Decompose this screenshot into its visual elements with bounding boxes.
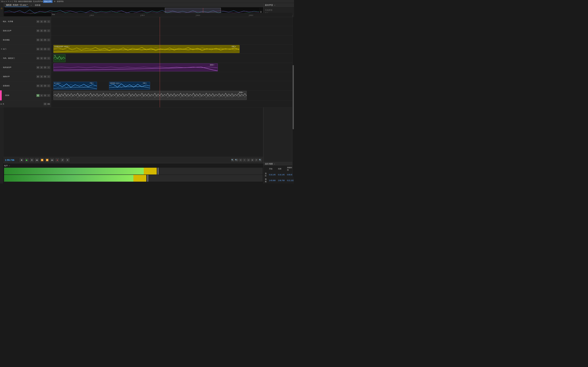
tick-57: -57 [18,183,21,183]
track-row-submix: ▶ 主 M (S) [4,100,263,107]
tool-icon-3[interactable]: ✎ [8,0,9,2]
transport-indicator: 节目 [14,0,17,3]
purple-clip[interactable]: 音量 ▾ [53,63,218,71]
solo-btn-8[interactable]: S [40,84,43,87]
record-btn-2[interactable]: R [43,29,47,32]
tick-36: -36 [118,183,120,183]
bgm-clip[interactable]: 音量 ▾ [53,91,247,100]
track-header-submix: ▶ 主 M (S) [4,100,51,107]
tick-33: -33 [132,183,134,183]
clip-vol-yellow: 音量 ▾ [232,46,236,48]
solo-btn-6[interactable]: S [40,66,43,69]
meter-bar-ch1 [4,168,263,175]
input-btn-bgm[interactable]: I [47,94,50,97]
mixer-tab[interactable]: 混音器 [34,4,42,7]
track-name-6: 海风海浪声 [4,66,36,69]
input-btn-6[interactable]: I [47,66,50,69]
solo-btn-3[interactable]: S [40,39,43,41]
solo-btn-1[interactable]: S [40,21,43,23]
mute-btn-submix[interactable]: M [43,103,47,105]
mute-btn-4[interactable]: M [36,48,39,50]
input-btn-5[interactable]: I [47,57,50,60]
record-btn-4[interactable]: R [43,48,47,50]
track-row-4: ▼ 出门 M S R I 运动鞋走路 [4,44,263,54]
mute-btn-5[interactable]: M [36,57,39,60]
track-content-3[interactable] [51,35,263,44]
track-name-7: 海鸥叫声 [4,75,36,78]
record-btn-3[interactable]: R [43,39,47,41]
input-btn-3[interactable]: I [47,39,50,41]
input-btn-8[interactable]: I [47,84,50,87]
tool-icon-4[interactable]: ≡ [10,0,11,2]
fan-label: 无法在B1Fan [33,0,43,3]
track-content-6[interactable]: 音量 ▾ [51,63,263,72]
settings-icon[interactable]: ⚙ [54,0,55,2]
solo-btn-4[interactable]: S [40,48,43,50]
clip-label-green: 佳 [54,55,56,57]
view-label: 视图 [264,178,268,183]
track-name-3: 敲击键盘 [4,39,36,41]
view-duration: 0:21.102 [286,178,294,183]
warning-icon: ⚠ [1,7,3,9]
active-mode-btn[interactable]: 我知11PA [43,0,52,3]
mute-btn-7[interactable]: M [36,75,39,78]
solo-btn-bgm[interactable]: S [40,94,43,97]
record-btn-8[interactable]: R [43,84,47,87]
search-help[interactable]: 搜索帮助 [57,0,64,3]
input-btn-7[interactable]: I [47,75,50,78]
mute-btn-8[interactable]: M [36,84,39,87]
mute-btn-2[interactable]: M [36,29,39,32]
input-btn-2[interactable]: I [47,29,50,32]
right-panel-menu[interactable]: ≡ [274,4,275,7]
tool-icon-1[interactable]: ▸ [4,0,5,2]
track-content-4[interactable]: 运动鞋走路声 48000 1 音量 ▾ [51,44,263,53]
clip-label-blue1: 较 48000 1 [54,82,61,84]
tick-48: -48 [61,183,63,183]
record-btn-7[interactable]: R [43,75,47,78]
yellow-clip[interactable]: 运动鞋走路声 48000 1 音量 ▾ [53,45,239,53]
clip-label-blue2: 轮船鸣笛 48000 1 [110,82,121,84]
track-row-2: ↔ 鼠标点击声 M S R I [4,26,263,35]
tool-icon-2[interactable]: ↩ [6,0,7,2]
editor-tab-main[interactable]: 编辑器: 充实的一天.sesx * [5,3,29,7]
blue-clip-2[interactable]: 轮船鸣笛 48000 1 音量 ▾ [109,82,150,90]
track-content-bgm[interactable]: 音量 ▾ [51,90,263,100]
mute-btn-bgm[interactable]: M [36,94,39,97]
tick-18: -18 [203,183,206,183]
track-header-4: ▼ 出门 M S R I [4,44,51,53]
blue-clip-1[interactable]: 较 48000 1 声像 ▾ [53,82,97,90]
input-btn-4[interactable]: I [47,48,50,50]
right-panel-header: 基本声音 ≡ [264,3,294,8]
meter-green-ch1 [4,168,144,175]
tick-db: dB [4,183,5,183]
solo-btn-5[interactable]: S [40,57,43,60]
track-handle-bgm[interactable]: ↔ [4,94,5,96]
sep: | [12,0,13,2]
record-btn-bgm[interactable]: R [43,94,47,97]
record-btn-6[interactable]: R [43,66,47,69]
record-btn-1[interactable]: R [43,21,47,23]
track-content-2[interactable] [51,26,263,35]
tracks-scroll-area[interactable]: ↔ 喝水、吃早餐 M S R I [4,21,263,157]
input-btn-1[interactable]: I [47,21,50,23]
track-header-2: ↔ 鼠标点击声 M S R I [4,26,51,35]
mute-btn-3[interactable]: M [36,39,39,41]
tick-27: -27 [161,183,163,183]
green-clip[interactable]: 佳 [53,54,66,62]
track-content-1[interactable] [51,21,263,26]
solo-btn-2[interactable]: S [40,29,43,32]
track-content-7[interactable] [51,72,263,81]
mute-btn-1[interactable]: M [36,21,39,23]
no-selection-text: 无选择项 [265,9,293,11]
mute-btn-6[interactable]: M [36,66,39,69]
record-btn-5[interactable]: R [43,57,47,60]
track-header-5: ↔ 鸟鸣、相机快门 M S R I [4,54,51,63]
clip-label-yellow: 运动鞋走路声 48000 1 [54,46,69,48]
track-content-5[interactable]: 佳 [51,54,263,63]
tracks-wrapper: ↔ 喝水、吃早餐 M S R I [4,21,263,157]
track-content-8[interactable]: 较 48000 1 声像 ▾ [51,81,263,90]
track-content-submix[interactable] [51,100,263,107]
solo-btn-7[interactable]: S [40,75,43,78]
tick-42: -42 [90,183,92,183]
meter-scale: dB -57 -54 -51 -48 -45 -42 -39 -36 -33 -… [4,182,263,183]
